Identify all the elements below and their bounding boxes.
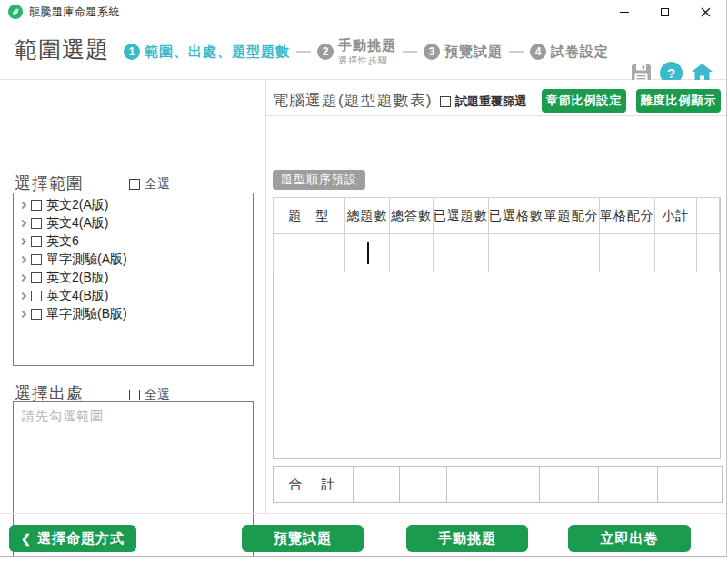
total-cell bbox=[494, 467, 540, 503]
chevron-right-icon[interactable] bbox=[19, 220, 26, 227]
source-select-all-checkbox[interactable] bbox=[129, 390, 140, 400]
page-header: 範圍選題 1 範圍、出處、題型題數 2 手動挑題 選擇性步驟 3 預覽試題 4 bbox=[0, 24, 726, 80]
table-header-row: 題 型總題數總答數已選題數已選格數單題配分單格配分小計 bbox=[274, 198, 720, 234]
duplicate-filter[interactable]: 試題重覆篩選 bbox=[440, 94, 526, 110]
total-cell bbox=[400, 467, 447, 503]
step-separator bbox=[509, 51, 524, 53]
tree-item-label: 英文6 bbox=[46, 233, 79, 250]
duplicate-filter-label: 試題重覆篩選 bbox=[455, 94, 526, 110]
table-header-cell: 已選題數 bbox=[433, 198, 488, 234]
chevron-right-icon[interactable] bbox=[19, 292, 26, 300]
tree-item[interactable]: 英文6 bbox=[14, 232, 253, 251]
close-button[interactable] bbox=[685, 0, 726, 24]
cell-extra[interactable] bbox=[696, 234, 719, 272]
chevron-right-icon[interactable] bbox=[19, 311, 26, 318]
window-title: 龍騰題庫命題系統 bbox=[29, 5, 120, 20]
close-icon bbox=[701, 7, 711, 17]
step-separator bbox=[296, 51, 311, 53]
table-header-cell: 題 型 bbox=[274, 198, 345, 234]
order-preset-button[interactable]: 題型順序預設 bbox=[273, 170, 365, 190]
total-table: 合 計 bbox=[273, 466, 723, 503]
cell-score-per-question[interactable] bbox=[544, 234, 599, 272]
total-cell bbox=[599, 467, 658, 503]
total-cell bbox=[540, 467, 599, 503]
chevron-left-icon: ❮ bbox=[21, 532, 32, 546]
source-placeholder: 請先勾選範圍 bbox=[22, 409, 104, 423]
tree-item-label: 英文4(B版) bbox=[46, 288, 108, 304]
chevron-right-icon[interactable] bbox=[19, 238, 26, 245]
tree-item-label: 單字測驗(A版) bbox=[46, 252, 127, 268]
tree-item-checkbox[interactable] bbox=[31, 200, 42, 211]
table-data-row bbox=[274, 234, 720, 272]
maximize-icon bbox=[661, 8, 669, 16]
total-label-cell: 合 計 bbox=[274, 467, 354, 503]
left-panel: 選擇範圍 全選 英文2(A版) 英文4(A版) bbox=[0, 80, 266, 513]
cell-total-questions[interactable] bbox=[345, 234, 390, 272]
minimize-button[interactable] bbox=[603, 0, 644, 24]
cell-selected-blanks[interactable] bbox=[488, 234, 544, 272]
table-header-cell: 總答數 bbox=[390, 198, 434, 234]
duplicate-filter-checkbox[interactable] bbox=[440, 96, 451, 107]
cell-subtotal[interactable] bbox=[654, 234, 696, 272]
table-header-cell: 小計 bbox=[654, 198, 696, 234]
tree-item-checkbox[interactable] bbox=[31, 309, 42, 320]
step-1-number: 1 bbox=[124, 44, 140, 60]
table-header-cell: 已選格數 bbox=[488, 198, 544, 234]
cell-score-per-blank[interactable] bbox=[599, 234, 654, 272]
step-3-label: 預覽試題 bbox=[444, 44, 503, 61]
cell-total-answers[interactable] bbox=[390, 234, 434, 272]
table-header-cell: 總題數 bbox=[345, 198, 390, 234]
chevron-right-icon[interactable] bbox=[19, 256, 26, 263]
help-glyph: ? bbox=[667, 65, 675, 81]
generate-exam-button[interactable]: 立即出卷 bbox=[568, 525, 691, 552]
total-cell bbox=[354, 467, 400, 503]
step-2[interactable]: 2 手動挑題 選擇性步驟 bbox=[317, 38, 396, 65]
step-2-sublabel: 選擇性步驟 bbox=[338, 55, 396, 65]
app-logo-icon bbox=[8, 5, 23, 19]
preview-questions-button[interactable]: 預覽試題 bbox=[242, 525, 364, 552]
text-caret bbox=[367, 242, 369, 264]
cell-question-type[interactable] bbox=[274, 234, 345, 272]
back-button-label: 選擇命題方式 bbox=[37, 530, 125, 548]
back-to-method-button[interactable]: ❮ 選擇命題方式 bbox=[9, 525, 136, 552]
tree-item-checkbox[interactable] bbox=[31, 218, 42, 229]
maximize-button[interactable] bbox=[644, 0, 685, 24]
tree-item-label: 英文2(B版) bbox=[46, 270, 108, 286]
tree-item-checkbox[interactable] bbox=[31, 291, 42, 301]
step-4-label: 試卷設定 bbox=[551, 44, 609, 61]
tree-item-checkbox[interactable] bbox=[31, 272, 42, 283]
page-title: 範圍選題 bbox=[15, 35, 109, 64]
manual-pick-button[interactable]: 手動挑題 bbox=[406, 525, 528, 552]
tree-item-checkbox[interactable] bbox=[31, 254, 42, 265]
step-4[interactable]: 4 試卷設定 bbox=[530, 44, 609, 61]
tree-item[interactable]: 英文4(A版) bbox=[14, 214, 253, 232]
total-label: 合 計 bbox=[289, 476, 338, 491]
tree-item-label: 單字測驗(B版) bbox=[46, 306, 127, 322]
difficulty-ratio-button[interactable]: 難度比例顯示 bbox=[636, 89, 721, 113]
tree-item[interactable]: 英文2(B版) bbox=[14, 269, 253, 287]
chapter-ratio-button[interactable]: 章節比例設定 bbox=[542, 89, 626, 113]
app-window: 龍騰題庫命題系統 範圍選題 1 範圍、出處、題型題數 2 手動挑題 bbox=[0, 0, 727, 557]
step-indicator: 1 範圍、出處、題型題數 2 手動挑題 選擇性步驟 3 預覽試題 4 試卷設定 bbox=[124, 24, 609, 80]
step-1[interactable]: 1 範圍、出處、題型題數 bbox=[124, 44, 290, 61]
range-select-all-checkbox[interactable] bbox=[129, 179, 140, 190]
range-section-title: 選擇範圍 bbox=[15, 173, 84, 194]
tree-item-checkbox[interactable] bbox=[31, 236, 42, 247]
step-2-label: 手動挑題 bbox=[338, 38, 396, 54]
tree-item[interactable]: 英文4(B版) bbox=[14, 287, 253, 305]
chevron-right-icon[interactable] bbox=[19, 274, 26, 282]
tree-item[interactable]: 英文2(A版) bbox=[14, 196, 253, 214]
table-header-cell: 單題配分 bbox=[544, 198, 599, 234]
chevron-right-icon[interactable] bbox=[19, 202, 26, 209]
total-cell bbox=[658, 467, 723, 503]
range-select-all-label: 全選 bbox=[145, 176, 170, 193]
step-3[interactable]: 3 預覽試題 bbox=[424, 44, 503, 61]
range-select-all[interactable]: 全選 bbox=[129, 176, 170, 193]
tree-item[interactable]: 單字測驗(A版) bbox=[14, 251, 253, 269]
cell-selected-questions[interactable] bbox=[433, 234, 488, 272]
tree-item[interactable]: 單字測驗(B版) bbox=[14, 305, 253, 323]
step-2-number: 2 bbox=[317, 44, 334, 60]
table-header-cell bbox=[696, 198, 719, 234]
range-tree: 英文2(A版) 英文4(A版) 英文6 bbox=[14, 196, 253, 323]
computer-selection-title: 電腦選題(題型題數表) bbox=[273, 90, 432, 111]
